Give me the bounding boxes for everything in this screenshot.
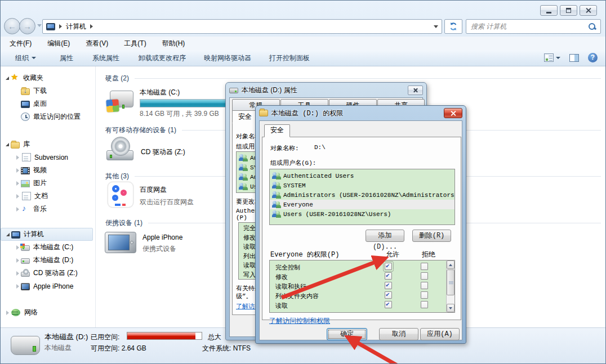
list-item-everyone[interactable]: Everyone: [270, 200, 454, 209]
address-bar[interactable]: 计算机: [42, 19, 442, 34]
list-item-administrators[interactable]: Administrators (USER-20161028NZ\Administ…: [270, 190, 454, 200]
list-item-system[interactable]: SYSTEM: [270, 181, 454, 190]
scroll-down-button[interactable]: [447, 304, 454, 312]
permission-name: 完全控制: [275, 263, 300, 272]
ok-button[interactable]: 确定: [327, 328, 367, 340]
dialog-title: 本地磁盘 (D:) 属性: [242, 86, 297, 95]
map-network-drive-button[interactable]: 映射网络驱动器: [203, 53, 252, 63]
expander-icon[interactable]: [5, 142, 11, 147]
preview-pane-button[interactable]: [569, 54, 579, 62]
sidebar-item-disk-c[interactable]: 本地磁盘 (C:): [1, 241, 95, 254]
permissions-dialog-titlebar[interactable]: 本地磁盘 (D:) 的权限: [259, 106, 462, 120]
baidu-netdisk-item[interactable]: 百度网盘 双击运行百度网盘: [108, 182, 194, 208]
sidebar-item-music[interactable]: 音乐: [1, 203, 95, 215]
apply-button[interactable]: 应用(A): [420, 328, 460, 340]
views-button[interactable]: [544, 53, 560, 62]
open-control-panel-button[interactable]: 打开控制面板: [268, 53, 311, 63]
maximize-button[interactable]: [560, 5, 577, 16]
tab-security[interactable]: 安全: [264, 124, 290, 137]
expander-icon[interactable]: [15, 206, 21, 212]
group-list[interactable]: Authenticated Users SYSTEM Administrator…: [269, 169, 455, 225]
properties-dialog-titlebar[interactable]: 本地磁盘 (D:) 属性: [229, 83, 423, 97]
permission-name: 列出文件夹内容: [275, 292, 319, 300]
minimize-button[interactable]: [540, 5, 558, 16]
sidebar-item-downloads[interactable]: 下载: [1, 84, 95, 97]
close-button[interactable]: [444, 108, 462, 118]
cd-drive-item[interactable]: CD 驱动器 (Z:): [106, 137, 185, 161]
forward-button[interactable]: →: [19, 18, 35, 34]
breadcrumb[interactable]: 计算机: [66, 22, 86, 32]
list-item-users[interactable]: Users (USER-20161028NZ\Users): [270, 209, 454, 219]
permissions-for-label: Everyone 的权限(P): [270, 250, 339, 259]
allow-checkbox-read[interactable]: [385, 301, 392, 308]
uninstall-program-button[interactable]: 卸载或更改程序: [137, 53, 187, 63]
cancel-button[interactable]: 取消: [379, 328, 418, 340]
expander-icon[interactable]: [15, 168, 21, 173]
uninstall-program-label: 卸载或更改程序: [139, 53, 186, 63]
scrollbar-thumb[interactable]: [447, 269, 454, 295]
expander-icon[interactable]: [6, 232, 11, 237]
close-button[interactable]: [580, 5, 597, 16]
sidebar-item-network[interactable]: 网络: [1, 306, 95, 319]
sidebar-item-favorites[interactable]: 收藏夹: [1, 71, 95, 84]
apple-iphone-item[interactable]: Apple iPhone 便携式设备: [105, 228, 182, 254]
sidebar-item-apple-iphone[interactable]: Apple iPhone: [1, 280, 95, 293]
expander-icon[interactable]: [15, 194, 21, 199]
expander-icon[interactable]: [5, 75, 11, 81]
allow-checkbox-modify[interactable]: [385, 272, 392, 280]
expander-icon[interactable]: [15, 271, 21, 276]
drive-c-item[interactable]: 本地磁盘 (C:) 8.14 GB 可用 , 共 39.9 GB: [106, 86, 226, 119]
pane-divider[interactable]: [95, 66, 96, 329]
deny-checkbox-read-execute[interactable]: [421, 282, 428, 289]
sidebar-item-cd-drive[interactable]: CD 驱动器 (Z:): [1, 267, 95, 280]
deny-checkbox-full-control[interactable]: [421, 263, 428, 270]
search-icon[interactable]: [588, 23, 596, 30]
allow-checkbox-list-contents[interactable]: [385, 291, 392, 299]
computer-icon: [11, 231, 20, 239]
allow-checkbox-read-execute[interactable]: [385, 282, 392, 289]
deny-checkbox-read[interactable]: [421, 301, 428, 308]
tab-security[interactable]: 安全: [232, 110, 258, 123]
learn-link[interactable]: 了解访问控制和权限: [269, 316, 330, 326]
menu-view[interactable]: 查看(V): [86, 39, 108, 48]
refresh-button[interactable]: [444, 19, 462, 34]
permissions-list[interactable]: 完全控制 修改 读取和执行 列出文件夹内容 读取: [269, 260, 455, 313]
sidebar-item-documents[interactable]: 文档: [1, 190, 95, 203]
add-button[interactable]: 添加(D)...: [366, 230, 404, 242]
allow-checkbox-full-control[interactable]: [385, 263, 392, 270]
deny-checkbox-list-contents[interactable]: [421, 291, 428, 299]
menu-edit[interactable]: 编辑(E): [47, 39, 70, 48]
breadcrumb-arrow-icon[interactable]: [90, 24, 93, 29]
breadcrumb-arrow-icon[interactable]: [59, 24, 62, 29]
system-properties-button[interactable]: 系统属性: [91, 53, 121, 63]
back-button[interactable]: ←: [4, 18, 20, 34]
menu-tools[interactable]: 工具(T): [124, 39, 146, 48]
close-button[interactable]: [408, 86, 423, 95]
expander-icon[interactable]: [15, 155, 21, 160]
menu-help[interactable]: 帮助(H): [162, 39, 185, 48]
menu-file[interactable]: 文件(F): [10, 39, 32, 48]
expander-icon[interactable]: [5, 310, 11, 316]
deny-checkbox-modify[interactable]: [421, 272, 428, 280]
scrollbar[interactable]: [446, 260, 454, 312]
sidebar-item-disk-d[interactable]: 本地磁盘 (D:): [1, 254, 95, 267]
list-item-authenticated-users[interactable]: Authenticated Users: [270, 171, 454, 181]
sidebar-item-libraries[interactable]: 库: [1, 138, 95, 151]
sidebar-item-recent-places[interactable]: 最近访问的位置: [1, 110, 95, 123]
address-dropdown-icon[interactable]: [434, 25, 438, 28]
history-dropdown-icon[interactable]: [37, 24, 42, 27]
sidebar-item-videos[interactable]: 视频: [1, 164, 95, 177]
remove-button[interactable]: 删除(R): [412, 230, 451, 242]
expander-icon[interactable]: [15, 181, 21, 186]
sidebar-item-pictures[interactable]: 图片: [1, 177, 95, 190]
organize-button[interactable]: 组织: [14, 53, 37, 63]
expander-icon[interactable]: [15, 258, 21, 263]
help-icon[interactable]: ?: [588, 53, 598, 62]
search-input[interactable]: 搜索 计算机: [466, 19, 601, 34]
sidebar-item-subversion[interactable]: Subversion: [1, 151, 95, 164]
expander-icon[interactable]: [15, 284, 21, 289]
sidebar-item-desktop[interactable]: 桌面: [1, 97, 95, 110]
sidebar-item-computer[interactable]: 计算机: [1, 228, 93, 241]
scroll-up-button[interactable]: [447, 260, 454, 269]
properties-button[interactable]: 属性: [59, 53, 74, 63]
